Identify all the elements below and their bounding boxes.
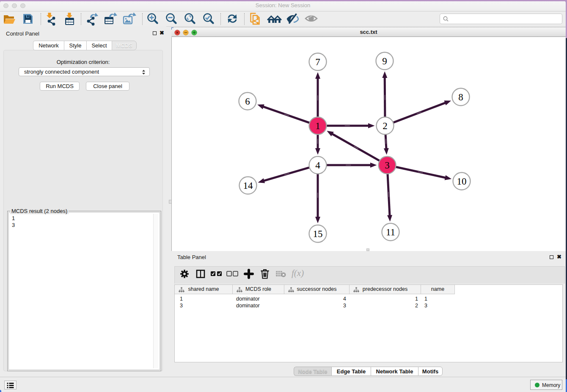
- svg-text:1: 1: [315, 121, 320, 131]
- svg-text:8: 8: [458, 92, 463, 102]
- svg-text:15: 15: [313, 229, 323, 239]
- svg-text:10: 10: [457, 176, 467, 187]
- svg-text:4: 4: [315, 160, 320, 171]
- svg-text:14: 14: [243, 180, 253, 191]
- svg-text:3: 3: [385, 160, 390, 171]
- svg-text:9: 9: [382, 56, 387, 66]
- svg-text:2: 2: [383, 121, 388, 131]
- svg-text:7: 7: [315, 57, 320, 67]
- svg-text:6: 6: [245, 96, 250, 107]
- svg-text:11: 11: [386, 227, 395, 237]
